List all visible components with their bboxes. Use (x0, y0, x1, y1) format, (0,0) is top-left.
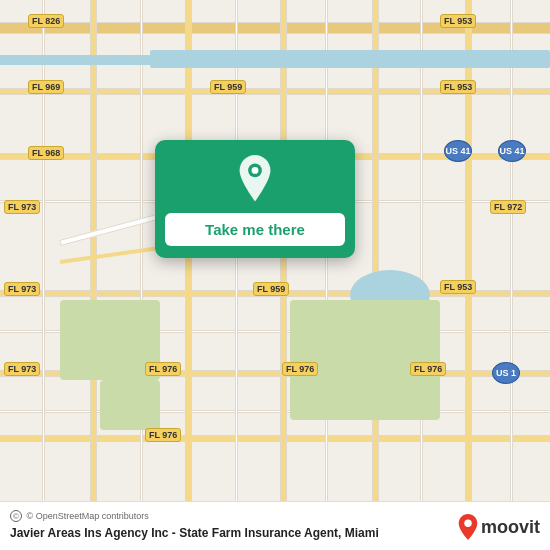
road-label-fl959-low: FL 959 (253, 282, 289, 296)
road-label-fl976-3: FL 976 (410, 362, 446, 376)
take-me-there-button[interactable]: Take me there (165, 213, 345, 246)
road-label-fl976-1: FL 976 (145, 362, 181, 376)
road-label-fl973-1: FL 973 (4, 200, 40, 214)
popup-card: Take me there (155, 140, 355, 258)
copyright-icon: © (10, 510, 22, 522)
road-label-fl969: FL 969 (28, 80, 64, 94)
road-label-fl968: FL 968 (28, 146, 64, 160)
svg-point-2 (464, 520, 471, 527)
road-label-fl973-2: FL 973 (4, 282, 40, 296)
road-label-fl976-4: FL 976 (145, 428, 181, 442)
road-label-fl959-top: FL 959 (210, 80, 246, 94)
road-label-fl953-2: FL 953 (440, 80, 476, 94)
road-label-us41-1: US 41 (444, 140, 472, 162)
moovit-pin-icon (458, 514, 478, 540)
road-label-fl826: FL 826 (28, 14, 64, 28)
road-label-fl953-3: FL 953 (440, 280, 476, 294)
road-label-fl973-3: FL 973 (4, 362, 40, 376)
moovit-logo: moovit (458, 514, 540, 540)
road-label-fl976-2: FL 976 (282, 362, 318, 376)
place-name-label: Javier Areas Ins Agency Inc - State Farm… (10, 526, 379, 542)
location-pin-icon (231, 155, 279, 203)
road-label-fl953-1: FL 953 (440, 14, 476, 28)
moovit-text: moovit (481, 517, 540, 538)
svg-point-1 (252, 167, 259, 174)
map-view: FL 826 FL 969 FL 968 FL 959 FL 953 FL 95… (0, 0, 550, 550)
road-label-us1: US 1 (492, 362, 520, 384)
bottom-bar: © © OpenStreetMap contributors Javier Ar… (0, 501, 550, 550)
road-label-us41-2: US 41 (498, 140, 526, 162)
road-label-fl972: FL 972 (490, 200, 526, 214)
